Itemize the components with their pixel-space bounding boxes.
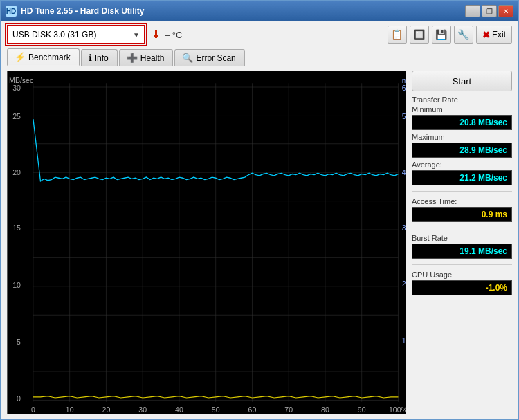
svg-text:5: 5: [17, 337, 21, 346]
svg-text:30: 30: [138, 405, 147, 414]
dropdown-arrow-icon: ▼: [133, 31, 140, 39]
cpu-usage-label: CPU Usage: [412, 271, 512, 279]
title-bar: HD HD Tune 2.55 - Hard Disk Utility — ❐ …: [1, 1, 518, 21]
minimum-value: 20.8 MB/sec: [412, 115, 512, 130]
cpu-usage-section: CPU Usage -1.0%: [412, 271, 512, 295]
svg-text:80: 80: [321, 405, 329, 414]
svg-text:60: 60: [248, 405, 257, 414]
thermometer-icon: 🌡: [151, 28, 162, 41]
burst-rate-section: Burst Rate 19.1 MB/sec: [412, 234, 512, 259]
info-tab-icon: ℹ: [89, 53, 92, 63]
access-time-value: 0.9 ms: [412, 207, 512, 222]
tab-health[interactable]: ➕ Health: [119, 49, 174, 66]
svg-text:70: 70: [284, 405, 293, 414]
divider-2: [412, 228, 512, 228]
main-window: HD HD Tune 2.55 - Hard Disk Utility — ❐ …: [0, 0, 519, 420]
burst-rate-label: Burst Rate: [412, 234, 512, 242]
toolbar: USB DISK 3.0 (31 GB) ▼ 🌡 – °C 📋 🔲 💾 🔧 ✖ …: [1, 21, 518, 48]
info-tab-label: Info: [95, 53, 109, 63]
main-content: MB/sec 30 25 20 15 10 5 0 ms 60 50 40 30: [1, 66, 518, 419]
svg-text:20: 20: [402, 279, 406, 288]
error-scan-tab-icon: 🔍: [182, 53, 193, 63]
maximum-value: 28.9 MB/sec: [412, 143, 512, 158]
exit-button[interactable]: ✖ Exit: [476, 26, 512, 44]
app-icon: HD: [6, 6, 17, 17]
average-label: Average:: [412, 161, 512, 169]
svg-text:30: 30: [402, 223, 406, 232]
divider-1: [412, 191, 512, 192]
options-button[interactable]: 🔧: [454, 26, 473, 44]
svg-text:60: 60: [402, 83, 406, 92]
svg-text:10: 10: [402, 336, 406, 345]
svg-rect-0: [8, 71, 406, 414]
benchmark-chart: MB/sec 30 25 20 15 10 5 0 ms 60 50 40 30: [7, 71, 406, 414]
start-button[interactable]: Start: [412, 71, 512, 91]
svg-text:40: 40: [175, 405, 183, 414]
title-bar-left: HD HD Tune 2.55 - Hard Disk Utility: [6, 6, 144, 17]
svg-text:20: 20: [102, 405, 111, 414]
error-scan-tab-label: Error Scan: [196, 53, 235, 63]
close-button[interactable]: ✕: [498, 5, 513, 17]
stats-panel: Start Transfer Rate Minimum 20.8 MB/sec …: [412, 71, 512, 414]
svg-text:90: 90: [358, 405, 366, 414]
svg-text:0: 0: [31, 405, 35, 414]
cpu-usage-value: -1.0%: [412, 280, 512, 295]
benchmark-tab-icon: ⚡: [15, 52, 26, 62]
window-title: HD Tune 2.55 - Hard Disk Utility: [21, 6, 144, 16]
toolbar-buttons: 📋 🔲 💾 🔧 ✖ Exit: [388, 26, 512, 44]
tab-info[interactable]: ℹ Info: [81, 49, 118, 66]
tab-benchmark[interactable]: ⚡ Benchmark: [7, 48, 80, 66]
chart-svg: MB/sec 30 25 20 15 10 5 0 ms 60 50 40 30: [8, 71, 406, 414]
disk-selector-dropdown[interactable]: USB DISK 3.0 (31 GB) ▼: [7, 25, 145, 44]
svg-text:15: 15: [12, 223, 21, 232]
benchmark-tab-label: Benchmark: [28, 53, 71, 62]
tab-bar: ⚡ Benchmark ℹ Info ➕ Health 🔍 Error Scan: [1, 48, 518, 66]
svg-text:100%: 100%: [389, 405, 406, 414]
access-time-section: Access Time: 0.9 ms: [412, 197, 512, 222]
minimize-button[interactable]: —: [465, 5, 480, 17]
svg-text:50: 50: [212, 405, 220, 414]
burst-rate-value: 19.1 MB/sec: [412, 244, 512, 259]
svg-text:0: 0: [17, 394, 21, 403]
temperature-value: – °C: [165, 30, 182, 40]
svg-text:20: 20: [12, 167, 21, 176]
temperature-display: 🌡 – °C: [151, 28, 182, 41]
access-time-label: Access Time:: [412, 197, 512, 206]
info-button[interactable]: 🔲: [410, 26, 429, 44]
disk-selector-value: USB DISK 3.0 (31 GB): [12, 30, 96, 39]
save-button[interactable]: 💾: [432, 26, 451, 44]
window-controls: — ❐ ✕: [465, 5, 513, 17]
health-tab-icon: ➕: [127, 53, 138, 63]
maximum-label: Maximum: [412, 133, 512, 141]
divider-3: [412, 264, 512, 265]
exit-label: Exit: [492, 30, 506, 39]
svg-text:30: 30: [12, 83, 21, 92]
svg-text:10: 10: [12, 281, 21, 290]
exit-x-icon: ✖: [482, 30, 490, 40]
restore-button[interactable]: ❐: [482, 5, 497, 17]
minimum-label: Minimum: [412, 105, 512, 113]
transfer-rate-label: Transfer Rate: [412, 95, 512, 104]
copy-button[interactable]: 📋: [388, 26, 407, 44]
transfer-rate-section: Transfer Rate Minimum 20.8 MB/sec Maximu…: [412, 95, 512, 185]
tab-error-scan[interactable]: 🔍 Error Scan: [174, 49, 244, 66]
svg-text:25: 25: [12, 112, 21, 121]
svg-text:50: 50: [402, 112, 406, 121]
average-value: 21.2 MB/sec: [412, 170, 512, 185]
svg-text:10: 10: [66, 405, 74, 414]
svg-text:40: 40: [402, 167, 406, 176]
health-tab-label: Health: [140, 53, 165, 63]
